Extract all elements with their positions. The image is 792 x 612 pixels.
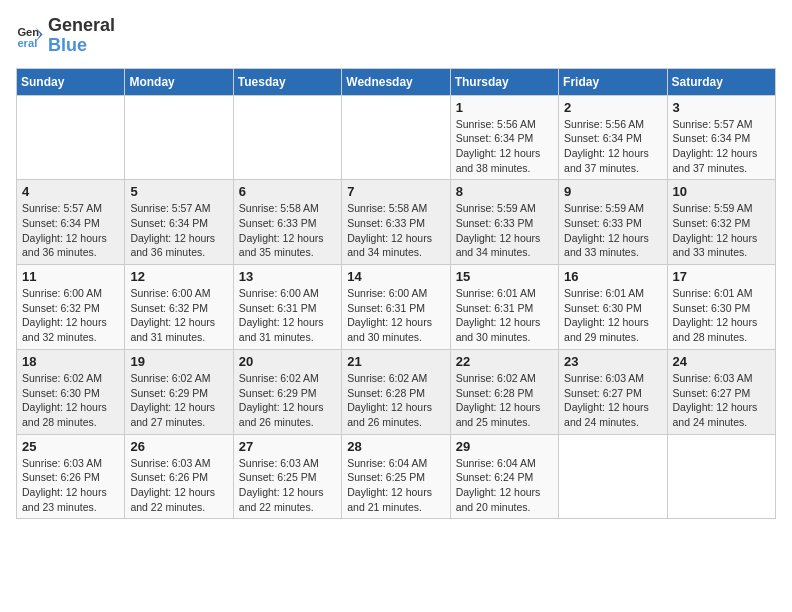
day-info: Sunrise: 6:04 AMSunset: 6:25 PMDaylight:… bbox=[347, 456, 444, 515]
day-info: Sunrise: 6:01 AMSunset: 6:30 PMDaylight:… bbox=[673, 286, 770, 345]
day-number: 4 bbox=[22, 184, 119, 199]
calendar-cell: 17Sunrise: 6:01 AMSunset: 6:30 PMDayligh… bbox=[667, 265, 775, 350]
day-info: Sunrise: 5:56 AMSunset: 6:34 PMDaylight:… bbox=[564, 117, 661, 176]
day-number: 24 bbox=[673, 354, 770, 369]
day-info: Sunrise: 6:00 AMSunset: 6:32 PMDaylight:… bbox=[130, 286, 227, 345]
day-info: Sunrise: 6:01 AMSunset: 6:31 PMDaylight:… bbox=[456, 286, 553, 345]
day-info: Sunrise: 6:01 AMSunset: 6:30 PMDaylight:… bbox=[564, 286, 661, 345]
calendar-cell: 29Sunrise: 6:04 AMSunset: 6:24 PMDayligh… bbox=[450, 434, 558, 519]
weekday-sunday: Sunday bbox=[17, 68, 125, 95]
calendar-week-3: 11Sunrise: 6:00 AMSunset: 6:32 PMDayligh… bbox=[17, 265, 776, 350]
day-number: 5 bbox=[130, 184, 227, 199]
calendar-cell: 10Sunrise: 5:59 AMSunset: 6:32 PMDayligh… bbox=[667, 180, 775, 265]
day-number: 29 bbox=[456, 439, 553, 454]
day-info: Sunrise: 6:03 AMSunset: 6:27 PMDaylight:… bbox=[564, 371, 661, 430]
day-number: 7 bbox=[347, 184, 444, 199]
day-number: 18 bbox=[22, 354, 119, 369]
day-number: 20 bbox=[239, 354, 336, 369]
day-number: 3 bbox=[673, 100, 770, 115]
calendar-cell: 13Sunrise: 6:00 AMSunset: 6:31 PMDayligh… bbox=[233, 265, 341, 350]
svg-text:eral: eral bbox=[17, 37, 37, 49]
calendar-cell: 18Sunrise: 6:02 AMSunset: 6:30 PMDayligh… bbox=[17, 349, 125, 434]
day-info: Sunrise: 5:57 AMSunset: 6:34 PMDaylight:… bbox=[673, 117, 770, 176]
day-info: Sunrise: 6:03 AMSunset: 6:27 PMDaylight:… bbox=[673, 371, 770, 430]
calendar-cell: 8Sunrise: 5:59 AMSunset: 6:33 PMDaylight… bbox=[450, 180, 558, 265]
day-info: Sunrise: 6:02 AMSunset: 6:29 PMDaylight:… bbox=[239, 371, 336, 430]
calendar-cell: 14Sunrise: 6:00 AMSunset: 6:31 PMDayligh… bbox=[342, 265, 450, 350]
day-info: Sunrise: 6:00 AMSunset: 6:31 PMDaylight:… bbox=[347, 286, 444, 345]
calendar-table: SundayMondayTuesdayWednesdayThursdayFrid… bbox=[16, 68, 776, 520]
day-info: Sunrise: 5:58 AMSunset: 6:33 PMDaylight:… bbox=[347, 201, 444, 260]
calendar-cell: 9Sunrise: 5:59 AMSunset: 6:33 PMDaylight… bbox=[559, 180, 667, 265]
day-number: 9 bbox=[564, 184, 661, 199]
calendar-cell: 19Sunrise: 6:02 AMSunset: 6:29 PMDayligh… bbox=[125, 349, 233, 434]
day-info: Sunrise: 5:59 AMSunset: 6:33 PMDaylight:… bbox=[456, 201, 553, 260]
day-number: 27 bbox=[239, 439, 336, 454]
calendar-cell: 11Sunrise: 6:00 AMSunset: 6:32 PMDayligh… bbox=[17, 265, 125, 350]
day-number: 2 bbox=[564, 100, 661, 115]
calendar-week-5: 25Sunrise: 6:03 AMSunset: 6:26 PMDayligh… bbox=[17, 434, 776, 519]
calendar-cell: 27Sunrise: 6:03 AMSunset: 6:25 PMDayligh… bbox=[233, 434, 341, 519]
day-number: 19 bbox=[130, 354, 227, 369]
day-number: 6 bbox=[239, 184, 336, 199]
day-number: 21 bbox=[347, 354, 444, 369]
day-number: 14 bbox=[347, 269, 444, 284]
calendar-cell: 7Sunrise: 5:58 AMSunset: 6:33 PMDaylight… bbox=[342, 180, 450, 265]
calendar-cell: 5Sunrise: 5:57 AMSunset: 6:34 PMDaylight… bbox=[125, 180, 233, 265]
day-info: Sunrise: 6:00 AMSunset: 6:31 PMDaylight:… bbox=[239, 286, 336, 345]
weekday-wednesday: Wednesday bbox=[342, 68, 450, 95]
logo-text: GeneralBlue bbox=[48, 16, 115, 56]
calendar-cell: 26Sunrise: 6:03 AMSunset: 6:26 PMDayligh… bbox=[125, 434, 233, 519]
calendar-week-4: 18Sunrise: 6:02 AMSunset: 6:30 PMDayligh… bbox=[17, 349, 776, 434]
day-number: 25 bbox=[22, 439, 119, 454]
weekday-tuesday: Tuesday bbox=[233, 68, 341, 95]
day-number: 1 bbox=[456, 100, 553, 115]
weekday-header-row: SundayMondayTuesdayWednesdayThursdayFrid… bbox=[17, 68, 776, 95]
calendar-week-1: 1Sunrise: 5:56 AMSunset: 6:34 PMDaylight… bbox=[17, 95, 776, 180]
weekday-thursday: Thursday bbox=[450, 68, 558, 95]
day-number: 11 bbox=[22, 269, 119, 284]
calendar-cell bbox=[233, 95, 341, 180]
day-info: Sunrise: 5:57 AMSunset: 6:34 PMDaylight:… bbox=[22, 201, 119, 260]
day-number: 23 bbox=[564, 354, 661, 369]
logo-icon: Gen eral bbox=[16, 22, 44, 50]
day-number: 17 bbox=[673, 269, 770, 284]
calendar-cell: 2Sunrise: 5:56 AMSunset: 6:34 PMDaylight… bbox=[559, 95, 667, 180]
day-info: Sunrise: 6:04 AMSunset: 6:24 PMDaylight:… bbox=[456, 456, 553, 515]
weekday-friday: Friday bbox=[559, 68, 667, 95]
weekday-monday: Monday bbox=[125, 68, 233, 95]
calendar-cell: 16Sunrise: 6:01 AMSunset: 6:30 PMDayligh… bbox=[559, 265, 667, 350]
calendar-cell: 15Sunrise: 6:01 AMSunset: 6:31 PMDayligh… bbox=[450, 265, 558, 350]
day-info: Sunrise: 6:02 AMSunset: 6:28 PMDaylight:… bbox=[456, 371, 553, 430]
day-info: Sunrise: 6:02 AMSunset: 6:30 PMDaylight:… bbox=[22, 371, 119, 430]
day-info: Sunrise: 6:03 AMSunset: 6:25 PMDaylight:… bbox=[239, 456, 336, 515]
calendar-cell: 3Sunrise: 5:57 AMSunset: 6:34 PMDaylight… bbox=[667, 95, 775, 180]
day-info: Sunrise: 6:00 AMSunset: 6:32 PMDaylight:… bbox=[22, 286, 119, 345]
day-number: 13 bbox=[239, 269, 336, 284]
calendar-week-2: 4Sunrise: 5:57 AMSunset: 6:34 PMDaylight… bbox=[17, 180, 776, 265]
day-info: Sunrise: 5:59 AMSunset: 6:33 PMDaylight:… bbox=[564, 201, 661, 260]
calendar-cell: 21Sunrise: 6:02 AMSunset: 6:28 PMDayligh… bbox=[342, 349, 450, 434]
svg-text:Gen: Gen bbox=[17, 26, 39, 38]
day-number: 10 bbox=[673, 184, 770, 199]
day-number: 16 bbox=[564, 269, 661, 284]
day-number: 15 bbox=[456, 269, 553, 284]
day-number: 8 bbox=[456, 184, 553, 199]
weekday-saturday: Saturday bbox=[667, 68, 775, 95]
page-header: Gen eral GeneralBlue bbox=[16, 16, 776, 56]
day-info: Sunrise: 5:58 AMSunset: 6:33 PMDaylight:… bbox=[239, 201, 336, 260]
day-number: 12 bbox=[130, 269, 227, 284]
day-info: Sunrise: 6:02 AMSunset: 6:28 PMDaylight:… bbox=[347, 371, 444, 430]
calendar-cell bbox=[17, 95, 125, 180]
day-info: Sunrise: 6:03 AMSunset: 6:26 PMDaylight:… bbox=[22, 456, 119, 515]
day-info: Sunrise: 5:57 AMSunset: 6:34 PMDaylight:… bbox=[130, 201, 227, 260]
day-number: 22 bbox=[456, 354, 553, 369]
calendar-cell: 24Sunrise: 6:03 AMSunset: 6:27 PMDayligh… bbox=[667, 349, 775, 434]
day-info: Sunrise: 6:02 AMSunset: 6:29 PMDaylight:… bbox=[130, 371, 227, 430]
day-info: Sunrise: 5:56 AMSunset: 6:34 PMDaylight:… bbox=[456, 117, 553, 176]
day-number: 26 bbox=[130, 439, 227, 454]
calendar-cell: 20Sunrise: 6:02 AMSunset: 6:29 PMDayligh… bbox=[233, 349, 341, 434]
day-info: Sunrise: 6:03 AMSunset: 6:26 PMDaylight:… bbox=[130, 456, 227, 515]
calendar-cell: 1Sunrise: 5:56 AMSunset: 6:34 PMDaylight… bbox=[450, 95, 558, 180]
calendar-cell: 23Sunrise: 6:03 AMSunset: 6:27 PMDayligh… bbox=[559, 349, 667, 434]
